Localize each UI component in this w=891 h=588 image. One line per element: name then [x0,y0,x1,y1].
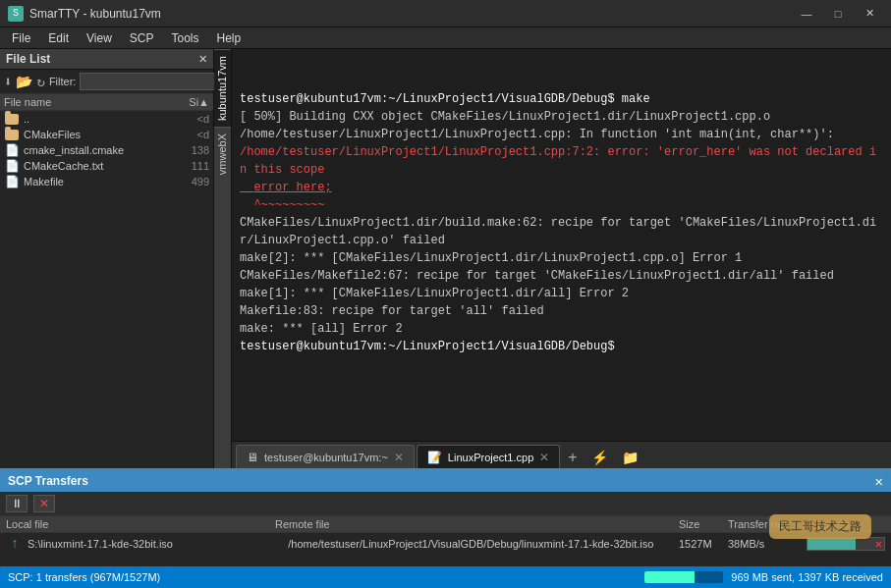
terminal-tab-close-icon[interactable]: ✕ [394,452,404,463]
terminal-tab[interactable]: 🖥testuser@kubuntu17vm:~✕ [236,445,415,468]
status-progress-bar [644,571,723,583]
scp-panel-title: SCP Transfers [8,474,867,488]
file-size-label: 499 [175,176,209,187]
scp-transfer-rate: 38MB/s [728,538,807,550]
terminal-line: CMakeFiles/LinuxProject1.dir/build.make:… [240,214,883,249]
scp-col-local-header: Local file [6,518,275,530]
title-bar: S SmarTTY - kubuntu17vm — □ ✕ [0,0,891,27]
terminal-tab[interactable]: 📝LinuxProject1.cpp✕ [417,445,560,468]
sidebar-header: File List ✕ [0,49,213,70]
status-scp-text: SCP: 1 transfers (967M/1527M) [8,571,637,583]
close-button[interactable]: ✕ [856,4,883,24]
new-terminal-tab-button[interactable]: + [562,447,583,468]
window-title: SmarTTY - kubuntu17vm [29,7,793,21]
scp-controls: ⏸ ✕ [0,492,891,516]
file-list-item[interactable]: 📄cmake_install.cmake138 [0,142,213,158]
sidebar-title: File List [6,52,50,66]
terminal-line: /home/testuser/LinuxProject1/LinuxProjec… [240,143,883,179]
scp-local-file: S:\linuxmint-17.1-kde-32bit.iso [28,538,288,550]
terminal-line: make[2]: *** [CMakeFiles/LinuxProject1.d… [240,249,883,267]
app-icon: S [8,6,24,22]
size-column-header: Si▲ [170,96,209,108]
file-size-label: 138 [175,144,209,156]
scp-col-rate-header: Transfer rate [728,518,807,530]
main-layout: File List ✕ ⬇ 📂 ↻ Filter: File name Si▲ … [0,49,891,468]
terminal-tab-icon: 🖥 [247,451,258,464]
sidebar-close-icon[interactable]: ✕ [199,52,207,66]
download-icon: ⬇ [4,74,12,90]
vertical-session-tab[interactable]: vmwebX [214,127,231,181]
status-bar: SCP: 1 transfers (967M/1527M) 969 MB sen… [0,566,891,588]
filename-column-header: File name [4,96,170,108]
terminal-line: ^~~~~~~~~~ [240,196,883,214]
file-name-label: .. [24,113,171,125]
terminal-line: error_here; [240,179,883,196]
terminal-tab-label: testuser@kubuntu17vm:~ [264,452,388,463]
file-name-label: Makefile [24,176,171,187]
scp-transfer-size: 1527M [679,538,728,550]
menu-item-file[interactable]: File [4,29,38,47]
file-size-label: 111 [175,160,209,172]
file-icon: 📄 [4,159,20,173]
scp-close-icon[interactable]: ✕ [875,473,883,490]
menu-item-scp[interactable]: SCP [122,29,162,47]
file-icon: 📄 [4,143,20,157]
file-icon: 📄 [4,175,20,188]
scp-col-progress-header: Progress [807,518,885,530]
file-name-label: cmake_install.cmake [24,144,171,156]
folder-button[interactable]: 📁 [616,447,644,468]
file-list: ..<dCMakeFiles<d📄cmake_install.cmake138📄… [0,111,213,468]
scp-upload-icon: ↑ [6,536,24,552]
scp-col-remote-header: Remote file [275,518,679,530]
file-list-sidebar: File List ✕ ⬇ 📂 ↻ Filter: File name Si▲ … [0,49,214,468]
terminal-line: make: *** [all] Error 2 [240,320,883,338]
menu-item-tools[interactable]: Tools [164,29,207,47]
file-size-label: <d [175,113,209,125]
scp-progress-bar: ✕ [807,537,885,551]
terminal-output: testuser@kubuntu17vm:~/LinuxProject1/Vis… [232,49,891,441]
menu-item-view[interactable]: View [79,29,120,47]
folder-icon [4,112,20,126]
terminal-line: testuser@kubuntu17vm:~/LinuxProject1/Vis… [240,90,883,108]
scp-progress-cancel-icon[interactable]: ✕ [875,538,882,552]
status-progress-fill [644,571,694,583]
terminal-tab-close-icon[interactable]: ✕ [539,452,549,463]
terminal-line: Makefile:83: recipe for target 'all' fai… [240,302,883,320]
file-name-label: CMakeFiles [24,129,171,140]
file-list-item[interactable]: 📄CMakeCache.txt111 [0,158,213,174]
file-list-header: File name Si▲ [0,94,213,111]
terminal-tabs: 🖥testuser@kubuntu17vm:~✕📝LinuxProject1.c… [232,441,891,468]
filter-label: Filter: [49,76,77,87]
folder-open-icon: 📂 [16,74,32,90]
status-transfer-info: 969 MB sent, 1397 KB received [731,571,883,583]
scp-col-size-header: Size [679,518,728,530]
window-controls: — □ ✕ [793,4,883,24]
file-size-label: <d [175,129,209,140]
filter-input[interactable] [80,73,225,90]
file-list-item[interactable]: ..<d [0,111,213,127]
scp-progress-fill [807,538,856,550]
terminal-area: testuser@kubuntu17vm:~/LinuxProject1/Vis… [232,49,891,468]
terminal-tab-label: LinuxProject1.cpp [448,452,533,463]
menu-item-edit[interactable]: Edit [40,29,77,47]
minimize-button[interactable]: — [793,4,820,24]
lightning-button[interactable]: ⚡ [585,447,614,468]
file-list-item[interactable]: 📄Makefile499 [0,174,213,189]
terminal-line: CMakeFiles/Makefile2:67: recipe for targ… [240,267,883,285]
scp-transfers-panel: SCP Transfers ✕ ⏸ ✕ Local file Remote fi… [0,468,891,566]
terminal-line: testuser@kubuntu17vm:~/LinuxProject1/Vis… [240,338,883,355]
file-name-label: CMakeCache.txt [24,160,171,172]
maximize-button[interactable]: □ [824,4,852,24]
terminal-line: /home/testuser/LinuxProject1/LinuxProjec… [240,126,883,143]
vertical-session-tab[interactable]: kubuntu17vm [214,49,231,127]
filter-bar: ⬇ 📂 ↻ Filter: [0,70,213,94]
scp-transfer-row: ↑ S:\linuxmint-17.1-kde-32bit.iso /home/… [0,533,891,555]
refresh-icon: ↻ [36,74,44,90]
scp-table-header: Local file Remote file Size Transfer rat… [0,516,891,533]
vertical-session-tabs: kubuntu17vmvmwebX [214,49,232,468]
file-list-item[interactable]: CMakeFiles<d [0,127,213,142]
menu-item-help[interactable]: Help [209,29,250,47]
scp-stop-button[interactable]: ✕ [33,495,55,512]
scp-panel-header: SCP Transfers ✕ [0,470,891,492]
scp-pause-button[interactable]: ⏸ [6,495,28,512]
